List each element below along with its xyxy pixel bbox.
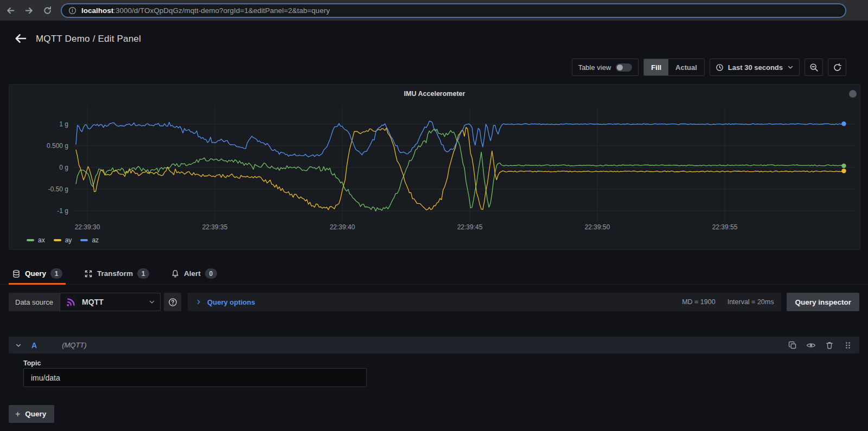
panel-edit-toolbar: Table view Fill Actual Last 30 seconds [572,59,846,76]
legend-item-ay[interactable]: ay [54,236,72,244]
table-view-toggle[interactable] [616,63,632,72]
svg-text:22:39:30: 22:39:30 [75,223,100,231]
copy-icon [788,341,797,350]
trash-icon [825,341,834,350]
clock-icon [716,63,724,72]
drag-handle[interactable] [843,340,853,350]
query-stats: MD = 1900 Interval = 20ms [682,298,774,306]
legend-item-ax[interactable]: ax [27,236,45,244]
svg-text:22:39:50: 22:39:50 [585,223,610,231]
eye-icon [806,340,816,350]
chevron-down-icon [787,64,794,70]
actual-option[interactable]: Actual [668,59,704,75]
browser-back-icon[interactable] [2,2,18,18]
svg-text:22:39:45: 22:39:45 [457,223,483,231]
duplicate-query-button[interactable] [788,340,797,350]
legend-swatch-ay [54,239,61,241]
svg-text:1 g: 1 g [59,120,68,128]
bell-icon [171,269,180,278]
datasource-row: Data source MQTT Query options MD = 1900… [9,293,859,311]
topic-input[interactable] [23,368,367,387]
grip-dots-icon [844,341,852,350]
legend-swatch-ax [27,239,34,241]
panel-loading-indicator[interactable] [849,90,857,98]
legend-item-az[interactable]: az [80,236,99,244]
svg-text:22:39:55: 22:39:55 [712,223,738,231]
legend-swatch-az [80,239,88,241]
query-datasource-hint: (MQTT) [62,341,86,349]
delete-query-button[interactable] [825,340,834,350]
panel-title[interactable]: IMU Accelerometer [9,90,860,98]
zoom-out-button[interactable] [805,59,823,76]
question-circle-icon [168,298,177,307]
tab-query-label: Query [25,269,46,278]
tab-alert[interactable]: Alert 0 [168,264,220,284]
url-host: localhost [81,7,113,15]
time-range-picker[interactable]: Last 30 seconds [710,59,800,76]
transform-icon [84,269,93,278]
svg-text:22:39:35: 22:39:35 [202,223,228,231]
screen: localhost:3000/d/TOxQpDqGz/mqtt-demo?org… [0,0,868,431]
tab-alert-count: 0 [205,268,217,279]
datasource-help-button[interactable] [164,293,181,311]
refresh-icon [833,63,842,72]
browser-forward-icon[interactable] [21,2,37,18]
page-title: MQTT Demo / Edit Panel [36,34,141,44]
datasource-select[interactable]: MQTT [60,293,161,311]
timeseries-panel: IMU Accelerometer 1 g0.500 g0 g-0.50 g-1… [9,84,860,250]
chart-legend: ax ay az [27,236,99,244]
datasource-label: Data source [9,293,60,311]
collapse-chevron-icon[interactable] [15,342,22,349]
table-view-control: Table view [572,59,639,76]
query-ref-id: A [31,341,37,350]
tab-transform-count: 1 [137,268,149,279]
legend-label-az: az [92,236,99,244]
svg-text:0 g: 0 g [59,164,68,171]
svg-text:0.500 g: 0.500 g [47,142,68,150]
query-options-bar: Query options MD = 1900 Interval = 20ms [188,293,781,311]
grafana-app: MQTT Demo / Edit Panel Table view Fill A… [0,21,868,431]
table-view-label: Table view [578,63,611,72]
mqtt-datasource-icon [65,296,77,308]
toggle-query-visibility-button[interactable] [806,340,816,350]
fill-actual-switch: Fill Actual [643,59,705,76]
toggle-knob [617,65,623,70]
browser-toolbar: localhost:3000/d/TOxQpDqGz/mqtt-demo?org… [0,0,868,21]
datasource-name: MQTT [82,298,144,306]
refresh-button[interactable] [828,59,846,76]
add-query-label: Query [25,410,46,418]
browser-reload-icon[interactable] [39,2,55,18]
interval-stat: Interval = 20ms [727,298,774,306]
query-inspector-button[interactable]: Query inspector [787,293,859,311]
info-icon[interactable] [68,7,76,15]
editor-tabs: Query 1 Transform 1 Alert 0 [0,265,868,285]
query-options-toggle[interactable]: Query options [207,298,255,306]
browser-address-bar[interactable]: localhost:3000/d/TOxQpDqGz/mqtt-demo?org… [61,3,846,18]
zoom-out-icon [809,63,819,72]
fill-option[interactable]: Fill [644,59,668,75]
tab-transform[interactable]: Transform 1 [81,264,152,284]
chevron-right-icon[interactable] [195,299,202,305]
tab-query-count: 1 [50,268,62,279]
database-icon [12,269,21,278]
query-row-header[interactable]: A (MQTT) [9,337,859,353]
max-data-points-stat: MD = 1900 [682,298,716,306]
query-row-actions [788,340,853,350]
chevron-down-icon [149,299,155,305]
plus-icon: + [15,410,20,419]
url-text: localhost:3000/d/TOxQpDqGz/mqtt-demo?org… [81,7,330,15]
tab-query[interactable]: Query 1 [9,264,66,284]
tab-transform-label: Transform [97,269,133,278]
svg-text:22:39:40: 22:39:40 [330,223,355,231]
tab-alert-label: Alert [184,269,201,278]
add-query-button[interactable]: + Query [9,405,54,423]
url-path: :3000/d/TOxQpDqGz/mqtt-demo?orgId=1&edit… [113,7,330,15]
time-range-label: Last 30 seconds [728,63,783,72]
legend-label-ax: ax [38,236,45,244]
topic-field-label: Topic [23,359,41,367]
back-to-dashboard-button[interactable] [12,30,29,47]
legend-label-ay: ay [65,236,72,244]
svg-text:-1 g: -1 g [57,207,68,215]
chart-plot-area[interactable]: 1 g0.500 g0 g-0.50 g-1 g22:39:3022:39:35… [9,101,861,233]
svg-text:-0.50 g: -0.50 g [48,185,68,193]
